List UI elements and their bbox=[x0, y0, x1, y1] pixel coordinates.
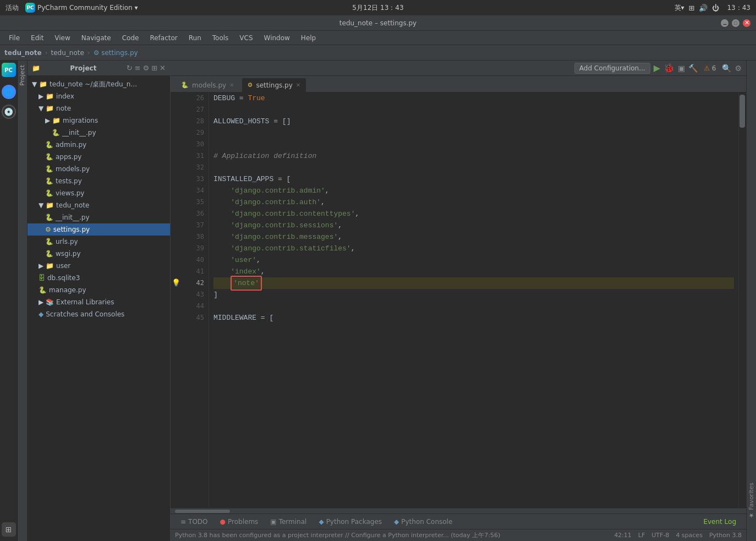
tree-item-apps[interactable]: 🐍 apps.py bbox=[28, 151, 170, 163]
find-icon[interactable]: 🔍 bbox=[722, 64, 731, 73]
tree-item-external-libs[interactable]: ▶ 📚 External Libraries bbox=[28, 296, 170, 308]
tree-item-note[interactable]: ▼ 📁 note bbox=[28, 102, 170, 114]
settings-toolbar-icon[interactable]: ⚙ bbox=[735, 64, 742, 73]
menu-window[interactable]: Window bbox=[260, 33, 294, 43]
window-controls: － □ ✕ bbox=[721, 19, 750, 27]
ln-31: 31 bbox=[196, 150, 204, 162]
project-panel-tab[interactable]: Project bbox=[18, 61, 28, 541]
tree-item-wsgi[interactable]: 🐍 wsgi.py bbox=[28, 248, 170, 260]
breadcrumb-file[interactable]: ⚙ settings.py bbox=[94, 49, 138, 57]
tree-item-settings[interactable]: ⚙ settings.py bbox=[28, 223, 170, 236]
code-token: = [ bbox=[256, 312, 273, 324]
tree-item-manage[interactable]: 🐍 manage.py bbox=[28, 284, 170, 296]
panel-icon-settings[interactable]: ⚙ bbox=[143, 64, 150, 72]
tree-item-models-note[interactable]: 🐍 models.py bbox=[28, 163, 170, 175]
breadcrumb-root[interactable]: tedu_note bbox=[4, 49, 42, 57]
run-icon[interactable]: ▶ bbox=[654, 63, 660, 73]
line-ending[interactable]: LF bbox=[638, 532, 645, 539]
panel-icon-sync[interactable]: ↻ bbox=[127, 64, 133, 72]
menu-refactor[interactable]: Refactor bbox=[145, 33, 182, 43]
scratches-icon: ◆ bbox=[39, 310, 43, 318]
tree-item-scratches[interactable]: ◆ Scratches and Consoles bbox=[28, 308, 170, 320]
apps-grid-icon[interactable]: ⊞ bbox=[2, 522, 16, 537]
panel-icon-close[interactable]: ✕ bbox=[160, 64, 166, 72]
code-editor[interactable]: 💡 26 27 28 29 30 31 32 33 34 35 bbox=[171, 92, 746, 508]
tree-item-admin[interactable]: 🐍 admin.py bbox=[28, 139, 170, 151]
tree-item-index[interactable]: ▶ 📁 index bbox=[28, 90, 170, 102]
encoding[interactable]: UTF-8 bbox=[651, 532, 669, 539]
menu-edit[interactable]: Edit bbox=[26, 33, 48, 43]
code-lines[interactable]: DEBUG = True ALLOWED_HOSTS = [] # Applic… bbox=[209, 92, 738, 508]
scroll-thumb[interactable] bbox=[739, 95, 745, 128]
close-button[interactable]: ✕ bbox=[743, 19, 750, 27]
menu-view[interactable]: View bbox=[50, 33, 74, 43]
problems-icon: ● bbox=[220, 518, 226, 526]
tree-item-urls[interactable]: 🐍 urls.py bbox=[28, 236, 170, 248]
tab-settings[interactable]: ⚙ settings.py ✕ bbox=[242, 78, 307, 92]
tree-item-views[interactable]: 🐍 views.py bbox=[28, 187, 170, 199]
tree-item-init-note[interactable]: 🐍 __init__.py bbox=[28, 127, 170, 139]
run-coverage-icon[interactable]: ▣ bbox=[678, 64, 685, 73]
tab-python-packages[interactable]: ◆ Python Packages bbox=[313, 515, 387, 528]
ln-26: 26 bbox=[196, 92, 204, 104]
code-token bbox=[213, 231, 231, 243]
models-tab-close[interactable]: ✕ bbox=[229, 82, 234, 88]
horizontal-scrollbar[interactable] bbox=[171, 508, 746, 513]
project-panel-header: 📁 Project ↻ ≡ ⚙ ⊞ ✕ bbox=[28, 61, 170, 76]
tree-item-tests[interactable]: 🐍 tests.py bbox=[28, 175, 170, 187]
volume-icon[interactable]: 🔊 bbox=[699, 4, 708, 12]
tree-item-migrations[interactable]: ▶ 📁 migrations bbox=[28, 114, 170, 127]
minimize-button[interactable]: － bbox=[721, 19, 728, 27]
menu-run[interactable]: Run bbox=[184, 33, 206, 43]
tree-item-init-tedu[interactable]: 🐍 __init__.py bbox=[28, 211, 170, 223]
python-version[interactable]: Python 3.8 bbox=[709, 532, 742, 539]
tree-item-db[interactable]: 🗄 db.sqlite3 bbox=[28, 272, 170, 284]
build-icon[interactable]: 🔨 bbox=[688, 64, 698, 73]
code-line-34: 'django.contrib.admin', bbox=[213, 185, 734, 196]
tab-models[interactable]: 🐍 models.py ✕ bbox=[175, 78, 240, 92]
add-config-button[interactable]: Add Configuration... bbox=[574, 63, 650, 74]
tree-item-init-note-label: __init__.py bbox=[62, 129, 96, 136]
power-icon[interactable]: ⏻ bbox=[712, 4, 719, 12]
tree-item-user[interactable]: ▶ 📁 user bbox=[28, 260, 170, 272]
ln-39: 39 bbox=[196, 243, 204, 254]
tab-problems[interactable]: ● Problems bbox=[215, 515, 264, 528]
h-scroll-thumb[interactable] bbox=[175, 510, 230, 513]
indent-info[interactable]: 4 spaces bbox=[676, 532, 703, 539]
menu-navigate[interactable]: Navigate bbox=[77, 33, 116, 43]
hint-gutter: 💡 bbox=[171, 92, 182, 508]
panel-icon-expand[interactable]: ⊞ bbox=[151, 64, 157, 72]
menu-tools[interactable]: Tools bbox=[208, 33, 233, 43]
settings-tab-close[interactable]: ✕ bbox=[296, 82, 300, 88]
chrome-icon[interactable]: 🌐 bbox=[2, 85, 16, 99]
code-line-41: 'index', bbox=[213, 266, 734, 277]
status-message: Python 3.8 has been configured as a proj… bbox=[175, 531, 500, 539]
panel-icon-sort[interactable]: ≡ bbox=[135, 64, 141, 72]
activities-label[interactable]: 活动 bbox=[6, 3, 19, 13]
tab-todo[interactable]: ≡ TODO bbox=[175, 515, 213, 528]
cursor-position[interactable]: 42:11 bbox=[614, 532, 632, 539]
ide-window: tedu_note – settings.py － □ ✕ File Edit … bbox=[0, 15, 756, 541]
tree-item-apps-label: apps.py bbox=[56, 153, 81, 161]
code-token: MIDDLEWARE bbox=[213, 312, 256, 324]
event-log-tab[interactable]: Event Log bbox=[698, 515, 742, 528]
tree-item-models-note-label: models.py bbox=[56, 165, 90, 173]
menu-code[interactable]: Code bbox=[118, 33, 144, 43]
menu-vcs[interactable]: VCS bbox=[235, 33, 257, 43]
tab-python-console[interactable]: ◆ Python Console bbox=[388, 515, 458, 528]
menu-file[interactable]: File bbox=[4, 33, 24, 43]
breadcrumb-mid[interactable]: tedu_note bbox=[51, 49, 84, 57]
debug-icon[interactable]: 🐞 bbox=[664, 63, 675, 73]
maximize-button[interactable]: □ bbox=[732, 19, 739, 27]
lang-indicator[interactable]: 英▾ bbox=[675, 3, 684, 13]
tab-terminal[interactable]: ▣ Terminal bbox=[265, 515, 312, 528]
network-icon: ⊞ bbox=[689, 4, 695, 12]
pycharm-icon[interactable]: PC bbox=[2, 63, 16, 77]
dvd-icon[interactable]: 💿 bbox=[2, 105, 16, 119]
hint-line-33 bbox=[171, 173, 182, 185]
favorites-label-vertical[interactable]: ★ Favorites bbox=[748, 483, 755, 519]
tree-item-tedu-note[interactable]: ▼ 📁 tedu_note bbox=[28, 199, 170, 211]
app-name-label[interactable]: PyCharm Community Edition ▾ bbox=[37, 4, 138, 12]
tree-root[interactable]: ▼ 📁 tedu_note ~/桌面/tedu_n… bbox=[28, 78, 170, 90]
menu-help[interactable]: Help bbox=[297, 33, 320, 43]
